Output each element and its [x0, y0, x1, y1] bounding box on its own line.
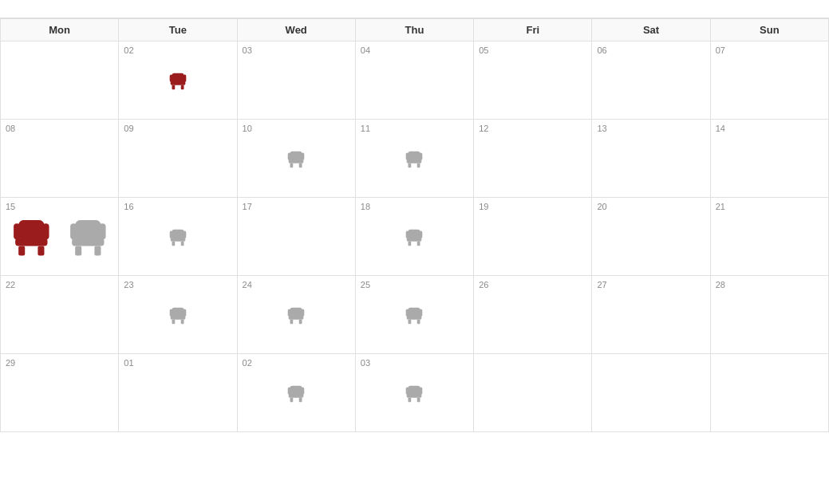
day-number: 24 — [243, 280, 252, 289]
svg-rect-56 — [409, 319, 412, 324]
calendar-cell: 04 — [355, 41, 473, 120]
day-number: 11 — [361, 124, 370, 133]
calendar-cell[interactable]: 23 — [119, 276, 237, 354]
calendar-cell: 09 — [119, 120, 237, 198]
day-number: 15 — [6, 202, 15, 211]
svg-rect-38 — [409, 241, 412, 246]
svg-rect-59 — [420, 309, 423, 316]
svg-rect-21 — [38, 246, 44, 256]
svg-rect-44 — [172, 319, 175, 324]
svg-rect-57 — [417, 319, 420, 324]
calendar-day-header: Tue — [119, 19, 237, 41]
svg-rect-18 — [18, 220, 44, 239]
svg-rect-37 — [407, 237, 422, 241]
svg-rect-52 — [288, 309, 291, 316]
day-number: 12 — [479, 124, 488, 133]
calendar-table: MonTueWedThuFriSatSun 02 030405060708091… — [0, 18, 829, 432]
calendar-cell[interactable]: 02 — [237, 354, 355, 432]
calendar-day-header: Wed — [237, 19, 355, 41]
calendar-cell: 05 — [474, 41, 592, 120]
svg-rect-3 — [181, 85, 184, 89]
svg-rect-23 — [42, 223, 49, 239]
svg-rect-46 — [170, 309, 173, 316]
calendar-cell[interactable]: 11 — [355, 120, 473, 198]
calendar-cell — [1, 41, 119, 120]
calendar-cell[interactable]: 25 — [355, 276, 473, 354]
svg-rect-47 — [183, 309, 186, 316]
day-number: 13 — [597, 124, 606, 133]
svg-rect-53 — [302, 309, 305, 316]
calendar-cell[interactable]: 16 — [119, 198, 237, 276]
svg-rect-25 — [72, 238, 104, 246]
calendar-cell[interactable]: 18 — [355, 198, 473, 276]
day-number: 27 — [597, 280, 606, 289]
calendar-cell: 21 — [710, 198, 828, 276]
calendar-cell[interactable]: 02 — [119, 41, 237, 120]
svg-rect-33 — [181, 241, 184, 246]
calendar-cell: 08 — [1, 120, 119, 198]
page-header — [0, 0, 829, 18]
seat-icon — [361, 279, 468, 350]
svg-rect-50 — [290, 319, 294, 324]
svg-rect-9 — [299, 163, 302, 167]
svg-rect-5 — [183, 74, 186, 81]
calendar-day-header: Mon — [1, 19, 119, 41]
svg-rect-13 — [407, 159, 422, 163]
day-number: 01 — [124, 358, 133, 368]
calendar-cell: 03 — [237, 41, 355, 120]
day-number: 06 — [597, 45, 606, 55]
svg-rect-62 — [290, 397, 294, 402]
seat-icon — [124, 45, 231, 116]
svg-rect-32 — [172, 241, 175, 246]
day-number: 21 — [716, 202, 725, 211]
svg-rect-19 — [15, 238, 47, 246]
day-number: 17 — [243, 202, 252, 211]
svg-rect-27 — [94, 246, 101, 256]
calendar-day-header: Sun — [710, 19, 828, 41]
seats-row — [6, 201, 113, 272]
svg-rect-10 — [288, 152, 291, 159]
svg-rect-70 — [406, 387, 409, 394]
svg-rect-71 — [420, 387, 423, 394]
svg-rect-30 — [172, 229, 184, 238]
svg-rect-35 — [183, 230, 186, 238]
calendar-cell: 26 — [474, 276, 592, 354]
day-number: 19 — [479, 202, 488, 211]
day-number: 09 — [124, 124, 133, 133]
svg-rect-15 — [417, 163, 420, 167]
svg-rect-60 — [290, 385, 302, 394]
day-number: 26 — [479, 280, 488, 289]
calendar-day-header: Sat — [592, 19, 710, 41]
svg-rect-66 — [409, 385, 420, 394]
day-number: 04 — [361, 45, 370, 55]
calendar-cell — [710, 354, 828, 432]
svg-rect-22 — [14, 223, 20, 239]
day-number: 28 — [716, 280, 725, 289]
calendar-cell[interactable]: 03 — [355, 354, 473, 432]
seat-icon — [243, 279, 350, 350]
day-number: 03 — [361, 358, 370, 368]
calendar-cell[interactable]: 24 — [237, 276, 355, 354]
svg-rect-69 — [417, 397, 420, 402]
svg-rect-20 — [18, 246, 25, 256]
calendar-cell: 20 — [592, 198, 710, 276]
svg-rect-43 — [171, 315, 186, 319]
svg-rect-67 — [407, 393, 422, 397]
calendar-day-header: Fri — [474, 19, 592, 41]
svg-rect-17 — [420, 152, 423, 159]
calendar-cell: 01 — [119, 354, 237, 432]
seat-icon — [361, 357, 468, 428]
svg-rect-4 — [170, 74, 173, 81]
seat-icon — [243, 357, 350, 428]
day-number: 18 — [361, 202, 370, 211]
seat-icon — [361, 201, 468, 272]
day-number: 07 — [716, 45, 725, 55]
calendar-cell: 28 — [710, 276, 828, 354]
svg-rect-34 — [170, 230, 173, 238]
calendar-cell[interactable]: 15 — [1, 198, 119, 276]
svg-rect-36 — [409, 229, 420, 238]
calendar-day-header: Thu — [355, 19, 473, 41]
calendar-cell: 14 — [710, 120, 828, 198]
calendar-cell[interactable]: 10 — [237, 120, 355, 198]
calendar-cell: 13 — [592, 120, 710, 198]
